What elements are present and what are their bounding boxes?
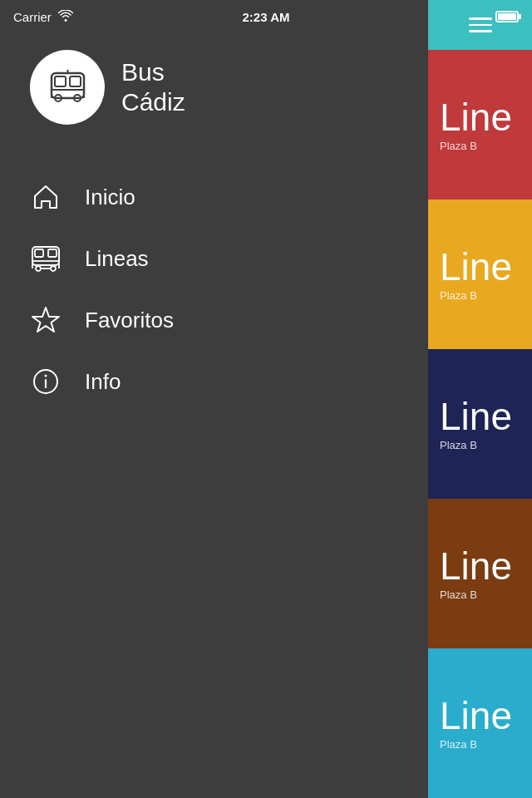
line-title-line2: Line — [440, 248, 520, 286]
bus-logo-icon — [45, 65, 91, 111]
line-cards: LinePlaza BLinePlaza BLinePlaza BLinePla… — [428, 50, 532, 798]
carrier-text: Carrier — [13, 10, 52, 24]
svg-rect-1 — [55, 76, 66, 86]
nav-list: Inicio Lineas — [0, 158, 428, 421]
star-icon — [30, 304, 62, 336]
nav-label-lineas: Lineas — [85, 246, 149, 272]
svg-point-21 — [45, 375, 47, 377]
svg-point-15 — [51, 266, 56, 271]
nav-item-favoritos[interactable]: Favoritos — [0, 289, 428, 351]
line-title-line4: Line — [440, 547, 520, 585]
battery-fill — [498, 13, 516, 20]
status-left: Carrier — [13, 10, 73, 24]
svg-point-14 — [36, 266, 41, 271]
nav-label-favoritos: Favoritos — [85, 308, 174, 333]
line-card-line4[interactable]: LinePlaza B — [428, 499, 532, 648]
status-bar: Carrier 2:23 AM — [0, 0, 532, 33]
line-subtitle-line4: Plaza B — [440, 589, 520, 601]
nav-item-info[interactable]: Info — [0, 351, 428, 412]
line-card-line5[interactable]: LinePlaza B — [428, 648, 532, 798]
info-icon — [30, 366, 62, 397]
app-title: Bus Cádiz — [121, 57, 185, 117]
sidebar: Bus Cádiz Inicio — [0, 0, 428, 798]
line-card-line3[interactable]: LinePlaza B — [428, 349, 532, 499]
svg-rect-2 — [70, 76, 81, 86]
nav-item-inicio[interactable]: Inicio — [0, 166, 428, 228]
battery-icon — [495, 11, 519, 22]
line-subtitle-line2: Plaza B — [440, 289, 520, 302]
bus-logo-circle — [30, 50, 105, 125]
line-card-line2[interactable]: LinePlaza B — [428, 200, 532, 349]
line-title-line5: Line — [440, 697, 520, 735]
home-icon — [30, 181, 62, 213]
line-subtitle-line5: Plaza B — [440, 738, 520, 751]
svg-rect-11 — [35, 249, 43, 257]
line-subtitle-line3: Plaza B — [440, 439, 520, 451]
bus-icon — [30, 243, 62, 274]
right-panel: LinePlaza BLinePlaza BLinePlaza BLinePla… — [428, 0, 532, 798]
nav-item-lineas[interactable]: Lineas — [0, 228, 428, 289]
nav-label-inicio: Inicio — [85, 185, 135, 210]
nav-label-info: Info — [85, 369, 121, 395]
line-title-line3: Line — [440, 397, 520, 436]
line-subtitle-line1: Plaza B — [440, 140, 520, 152]
svg-rect-12 — [48, 249, 57, 257]
status-right — [495, 11, 519, 22]
wifi-icon — [58, 10, 73, 24]
line-card-line1[interactable]: LinePlaza B — [428, 50, 532, 200]
line-title-line1: Line — [440, 98, 520, 136]
status-time: 2:23 AM — [243, 10, 290, 24]
